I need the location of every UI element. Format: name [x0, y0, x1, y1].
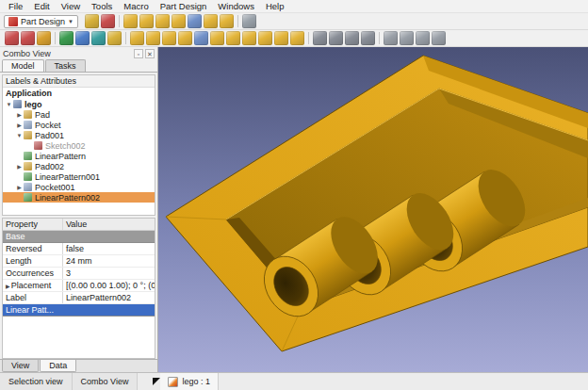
tab-model[interactable]: Model [2, 59, 44, 72]
datum-line-icon[interactable] [59, 31, 74, 45]
document-tab[interactable]: lego : 1 [160, 373, 219, 390]
mirrored-icon[interactable] [313, 31, 327, 45]
boolean-operation-icon[interactable] [21, 31, 35, 45]
property-row-length[interactable]: Length24 mm [3, 255, 155, 268]
property-row-occurrences[interactable]: Occurrences3 [3, 268, 155, 280]
property-value[interactable]: false [63, 243, 155, 254]
chevron-down-icon: ▼ [68, 19, 74, 24]
revolution-icon[interactable] [139, 14, 154, 28]
tree-root-application[interactable]: Application [3, 88, 155, 99]
tree-item-pad001[interactable]: ▼Pad001 [3, 130, 155, 140]
thickness-icon[interactable] [290, 31, 304, 45]
tree-item-label: lego [24, 100, 42, 109]
tree-item-pocket001[interactable]: ▶Pocket001 [3, 182, 155, 192]
tree-item-pocket[interactable]: ▶Pocket [3, 120, 155, 130]
3d-scene [158, 47, 588, 372]
fillet-icon[interactable] [242, 31, 256, 45]
hole-tool-icon[interactable] [210, 31, 224, 45]
property-value[interactable]: 3 [63, 268, 155, 279]
measure-refresh-icon[interactable] [416, 31, 430, 45]
additive-loft-icon[interactable] [155, 14, 170, 28]
property-row-placement[interactable]: ▶Placement[(0.00 0.00 1.00); 0 °; (0 mm … [3, 280, 155, 292]
tree-item-linearpattern002[interactable]: LinearPattern002 [3, 192, 155, 203]
pocket-icon[interactable] [188, 14, 202, 28]
datum-point-icon[interactable] [37, 31, 51, 45]
linear-pattern-icon[interactable] [329, 31, 343, 45]
close-panel-icon[interactable]: ✕ [145, 49, 155, 58]
chamfer-icon[interactable] [242, 14, 256, 28]
combo-view-tab[interactable]: Combo View [73, 373, 139, 390]
groove-icon[interactable] [220, 14, 234, 28]
property-name: Reversed [3, 243, 63, 254]
tree-item-sketch002[interactable]: Sketch002 [3, 140, 155, 151]
polar-pattern-icon[interactable] [345, 31, 359, 45]
shape-binder-icon[interactable] [91, 31, 106, 45]
create-body-icon[interactable] [85, 14, 99, 28]
menu-bar: FileEditViewToolsMacroPart DesignWindows… [0, 0, 588, 13]
menu-help[interactable]: Help [260, 0, 290, 13]
combo-view-tabs: Model Tasks [0, 59, 157, 73]
workbench-selector[interactable]: Part Design ▼ [4, 15, 78, 28]
property-name: ▶Placement [3, 280, 63, 291]
tree-expander[interactable]: ▶ [15, 122, 24, 128]
create-sketch-icon[interactable] [101, 14, 115, 28]
tree-item-pad[interactable]: ▶Pad [3, 109, 155, 120]
tab-tasks[interactable]: Tasks [45, 59, 86, 72]
freecad-document-icon [168, 377, 178, 387]
measure-linear-icon[interactable] [384, 31, 398, 45]
menu-macro[interactable]: Macro [118, 0, 154, 13]
groove-tool-icon[interactable] [226, 31, 240, 45]
datum-plane-icon[interactable] [75, 31, 90, 45]
hole-icon[interactable] [204, 14, 218, 28]
pad-tool-icon[interactable] [130, 31, 144, 45]
draft-icon[interactable] [274, 31, 288, 45]
tree-item-lego[interactable]: ▼lego [3, 99, 155, 109]
menu-view[interactable]: View [56, 0, 86, 13]
toolbar2-icons [4, 31, 447, 45]
menu-part-design[interactable]: Part Design [155, 0, 213, 13]
tree-item-label: Pocket [35, 121, 61, 130]
tree-expander[interactable]: ▼ [15, 133, 24, 138]
property-value[interactable]: LinearPattern002 [63, 292, 155, 303]
menu-tools[interactable]: Tools [86, 0, 118, 13]
tree-item-linearpattern[interactable]: LinearPattern [3, 151, 155, 161]
tree-item-pad002[interactable]: ▶Pad002 [3, 161, 155, 171]
property-value[interactable]: 24 mm [63, 255, 155, 267]
migrate-sketch-icon[interactable] [5, 31, 19, 45]
pipe-tool-icon[interactable] [178, 31, 192, 45]
property-columns: Property Value [3, 219, 155, 231]
tree-expander[interactable]: ▶ [15, 184, 24, 190]
float-panel-icon[interactable]: ▫ [134, 49, 143, 58]
menu-windows[interactable]: Windows [212, 0, 260, 13]
tree-expander[interactable]: ▶ [15, 163, 24, 170]
measure-angular-icon[interactable] [400, 31, 414, 45]
additive-pipe-icon[interactable] [172, 14, 186, 28]
clone-icon[interactable] [107, 31, 122, 45]
tree-items: ▼lego▶Pad▶Pocket▼Pad001Sketch002LinearPa… [3, 99, 155, 203]
property-row-reversed[interactable]: Reversedfalse [3, 243, 155, 255]
3d-viewport[interactable] [158, 47, 588, 372]
multi-transform-icon[interactable] [361, 31, 375, 45]
property-row-label[interactable]: LabelLinearPattern002 [3, 292, 155, 304]
tree-expander[interactable]: ▶ [15, 111, 24, 118]
loft-tool-icon[interactable] [162, 31, 176, 45]
pocket-feature-icon [24, 121, 32, 129]
selection-view-tab[interactable]: Selection view [0, 373, 73, 390]
tab-data[interactable]: Data [40, 360, 76, 372]
tree-item-linearpattern001[interactable]: LinearPattern001 [3, 171, 155, 182]
property-value[interactable]: [(0.00 0.00 1.00); 0 °; (0 mm 0 mm 0 ... [63, 280, 155, 291]
property-group-linear-patt-[interactable]: Linear Patt... [3, 304, 155, 317]
pocket-tool-icon[interactable] [194, 31, 208, 45]
menu-file[interactable]: File [3, 0, 28, 13]
revolution-tool-icon[interactable] [146, 31, 160, 45]
tab-view[interactable]: View [2, 360, 39, 372]
measure-clear-icon[interactable] [432, 31, 446, 45]
chamfer-tool-icon[interactable] [258, 31, 272, 45]
menu-edit[interactable]: Edit [28, 0, 55, 13]
combo-view-panel: Combo View ▫ ✕ Model Tasks Labels & Attr… [0, 47, 158, 372]
pad-icon[interactable] [123, 14, 138, 28]
tree-expander[interactable]: ▼ [5, 102, 13, 107]
freecad-window: FileEditViewToolsMacroPart DesignWindows… [0, 0, 588, 390]
property-expander[interactable]: ▶ [6, 284, 10, 289]
property-group-base[interactable]: Base [3, 231, 155, 243]
